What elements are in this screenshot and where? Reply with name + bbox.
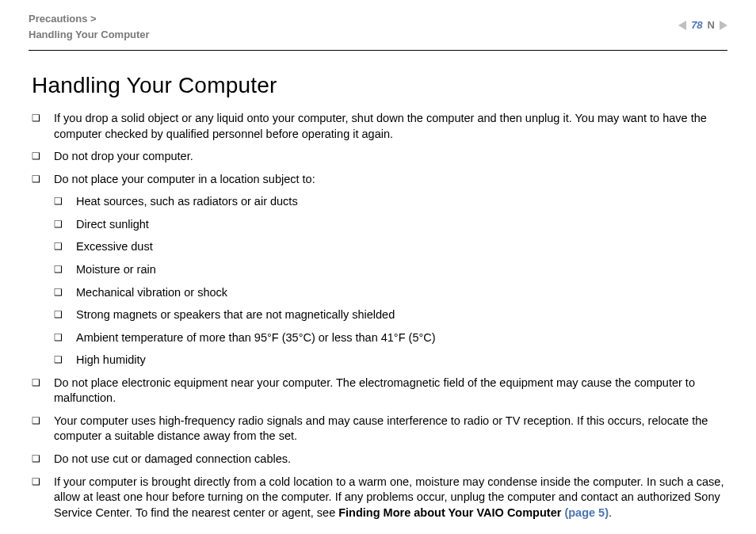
prev-page-icon[interactable] [678, 21, 686, 30]
list-item: Heat sources, such as radiators or air d… [54, 194, 724, 210]
breadcrumb-section: Precautions > [29, 11, 150, 27]
list-item: Your computer uses high-frequency radio … [32, 414, 724, 444]
document-page: Precautions > Handling Your Computer 78 … [0, 0, 756, 534]
list-item: High humidity [54, 353, 724, 368]
page-link[interactable]: (page 5) [564, 506, 609, 519]
header-divider [29, 50, 727, 51]
list-item: Moisture or rain [54, 262, 724, 278]
list-item: If you drop a solid object or any liquid… [32, 111, 724, 142]
list-item: Do not drop your computer. [32, 149, 724, 165]
page-header: Precautions > Handling Your Computer 78 … [29, 11, 727, 50]
list-item: If your computer is brought directly fro… [32, 475, 724, 521]
breadcrumb-current: Handling Your Computer [29, 27, 150, 43]
page-navigator: 78 N [678, 11, 727, 31]
precaution-list: If you drop a solid object or any liquid… [32, 111, 724, 521]
list-item: Direct sunlight [54, 217, 724, 233]
page-number: 78 [691, 19, 702, 31]
nav-n-label: N [708, 19, 715, 31]
sub-list: Heat sources, such as radiators or air d… [54, 194, 724, 368]
list-item-text: Do not place your computer in a location… [54, 173, 315, 185]
list-item: Excessive dust [54, 239, 724, 255]
list-item: Do not place electronic equipment near y… [32, 376, 724, 406]
breadcrumb: Precautions > Handling Your Computer [29, 11, 150, 42]
final-item-suffix: . [609, 506, 612, 519]
page-title: Handling Your Computer [32, 73, 724, 98]
list-item: Do not use cut or damaged connection cab… [32, 452, 724, 467]
list-item: Ambient temperature of more than 95°F (3… [54, 330, 724, 346]
final-item-bold: Finding More about Your VAIO Computer [338, 506, 564, 519]
list-item: Strong magnets or speakers that are not … [54, 307, 724, 323]
list-item: Do not place your computer in a location… [32, 172, 724, 368]
next-page-icon[interactable] [720, 21, 727, 30]
list-item: Mechanical vibration or shock [54, 285, 724, 301]
content-area: Handling Your Computer If you drop a sol… [29, 73, 727, 521]
